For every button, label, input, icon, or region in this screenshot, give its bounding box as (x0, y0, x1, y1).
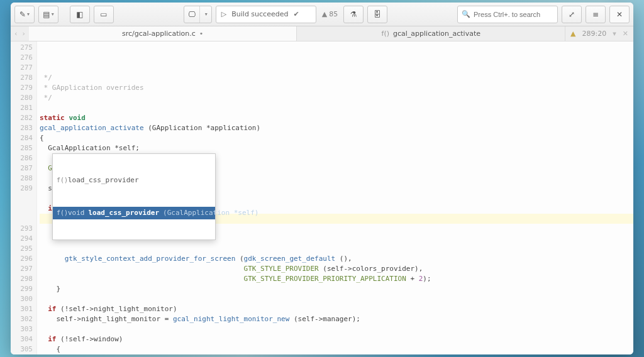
warning-icon: ▲ (570, 30, 575, 38)
completion-item-selected[interactable]: f() void load_css_provider (GcalApplicat… (53, 207, 215, 219)
function-icon: f() (57, 175, 64, 185)
tab-label: src/gcal-application.c (122, 30, 196, 38)
hamburger-icon: ≡ (592, 10, 599, 19)
cylinder-icon: 🗄 (374, 10, 381, 19)
ide-window: ✎▾ ▤▾ ◧ ▭ 🖵 ▾ ▷ Build succeeded ✔ ▲ 85 ⚗… (11, 3, 633, 354)
build-status-box[interactable]: ▷ Build succeeded ✔ (216, 6, 316, 23)
cursor-position: 289:20 (582, 30, 607, 38)
code-editor[interactable]: 2752762772782792802812822832842852862872… (11, 41, 633, 354)
close-button[interactable]: ✕ (609, 6, 630, 23)
line-gutter: 2752762772782792802812822832842852862872… (11, 41, 37, 354)
completion-label: load_css_provider (68, 175, 139, 185)
panel-left-toggle[interactable]: ◧ (70, 6, 90, 23)
panel-bottom-toggle[interactable]: ▭ (94, 6, 114, 23)
menu-button[interactable]: ≡ (586, 6, 606, 23)
forward-button[interactable]: › (22, 30, 25, 38)
tab-source-file[interactable]: src/gcal-application.c • (29, 26, 297, 41)
function-icon: f() (382, 30, 389, 38)
tab-close-button[interactable]: ✕ (623, 30, 628, 38)
device-select[interactable]: 🖵 ▾ (184, 6, 212, 23)
expand-icon: ⤢ (569, 10, 575, 19)
tab-label: gcal_application_activate (393, 30, 480, 38)
search-icon: 🔍 (462, 10, 470, 18)
function-icon: f() (57, 208, 64, 218)
tab-bar: ‹ › src/gcal-application.c • f() gcal_ap… (11, 26, 633, 41)
nav-arrows: ‹ › (11, 26, 29, 41)
dirty-indicator: • (199, 30, 204, 38)
run-icon: ▷ (221, 10, 226, 18)
check-icon: ✔ (293, 10, 299, 18)
panel-bottom-icon: ▭ (100, 10, 107, 19)
global-search[interactable]: 🔍 (457, 6, 558, 23)
pencil-icon: ✎ (19, 10, 26, 19)
code-area[interactable]: */ * GApplication overrides */ static vo… (37, 41, 633, 354)
profiler-button[interactable]: 🗄 (367, 6, 387, 23)
tab-options-button[interactable]: ▾ (613, 30, 616, 38)
search-input[interactable] (474, 11, 553, 18)
completion-item[interactable]: f() load_css_provider (53, 174, 215, 187)
beaker-icon: ⚗ (350, 10, 357, 19)
open-button[interactable]: ▤▾ (38, 6, 58, 23)
tab-symbol[interactable]: f() gcal_application_activate (297, 26, 565, 41)
back-button[interactable]: ‹ (14, 30, 17, 38)
monitor-icon: 🖵 (188, 10, 196, 19)
open-icon: ▤ (43, 10, 50, 19)
completion-signature: (GcalApplication *self) (163, 208, 258, 218)
fullscreen-button[interactable]: ⤢ (562, 6, 582, 23)
diagnostics-button[interactable]: ⚗ (343, 6, 364, 23)
completion-label: load_css_provider (89, 208, 160, 218)
completion-return-type: void (68, 208, 85, 218)
build-status-text: Build succeeded (231, 10, 288, 18)
close-icon: ✕ (616, 10, 623, 19)
warnings-badge[interactable]: ▲ 85 (320, 10, 340, 18)
tab-meta: ▲ 289:20 ▾ ✕ (565, 26, 633, 41)
warning-icon: ▲ (322, 10, 327, 18)
header-bar: ✎▾ ▤▾ ◧ ▭ 🖵 ▾ ▷ Build succeeded ✔ ▲ 85 ⚗… (11, 3, 633, 26)
panel-left-icon: ◧ (76, 10, 83, 19)
completion-popup[interactable]: f() load_css_provider f() void load_css_… (52, 153, 216, 240)
new-file-button[interactable]: ✎▾ (14, 6, 35, 23)
